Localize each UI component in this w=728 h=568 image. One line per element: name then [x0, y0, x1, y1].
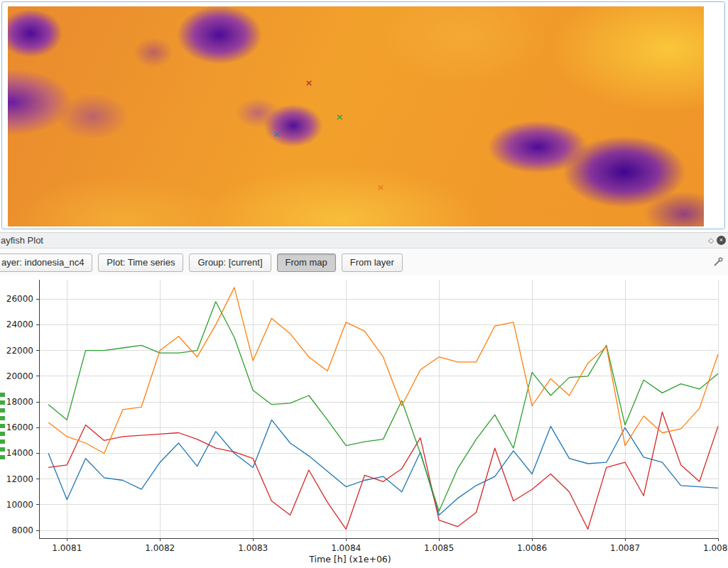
float-icon[interactable]: ◇ [708, 236, 714, 244]
x-tick-label: 1.0081 [52, 543, 82, 553]
x-tick-label: 1.0087 [610, 543, 640, 553]
group-button[interactable]: Group: [current] [189, 253, 271, 272]
panel-header: ayfish Plot ◇ × [0, 232, 728, 248]
layer-button[interactable]: ayer: indonesia_nc4 [0, 253, 92, 272]
plot-type-button[interactable]: Plot: Time series [98, 253, 183, 272]
from-map-button[interactable]: From map [277, 253, 336, 272]
plot-settings-icon[interactable] [713, 256, 724, 270]
x-tick-label: 1.0083 [238, 543, 268, 553]
y-tick-label: 8000 [11, 525, 33, 535]
plot-toolbar: ayer: indonesia_nc4 Plot: Time series Gr… [0, 249, 728, 275]
marker-orange: × [377, 182, 385, 192]
y-tick-label: 24000 [6, 320, 33, 329]
map-frame: ×××× [1, 1, 725, 229]
y-tick-label: 18000 [6, 397, 33, 407]
y-tick-label: 10000 [6, 500, 33, 510]
close-icon[interactable]: × [717, 236, 726, 245]
x-axis-title: Time [h] (x1e+06) [308, 554, 391, 564]
panel-title: ayfish Plot [1, 235, 43, 246]
series-point-blue [48, 420, 718, 515]
y-tick-label: 20000 [6, 371, 33, 381]
y-tick-label: 16000 [6, 422, 33, 432]
from-layer-button[interactable]: From layer [342, 253, 403, 272]
y-tick-label: 14000 [6, 448, 33, 458]
marker-green: × [336, 112, 344, 121]
y-axis-title-clipped [0, 393, 5, 460]
series-point-orange [48, 288, 718, 454]
plot-area: 8000100001200014000160001800020000220002… [0, 275, 728, 568]
x-tick-label: 1.0086 [517, 543, 547, 553]
series-point-red [48, 413, 718, 530]
x-tick-label: 1.0088 [703, 543, 728, 553]
x-tick-label: 1.0084 [331, 543, 361, 553]
qgis-crayfish-plot-panel: { "window": { "title": "ayfish Plot", "f… [0, 0, 728, 568]
y-tick-label: 26000 [6, 294, 33, 304]
y-tick-label: 12000 [6, 474, 33, 484]
timeseries-chart: 8000100001200014000160001800020000220002… [0, 275, 728, 568]
x-tick-label: 1.0082 [145, 543, 175, 553]
map-canvas[interactable]: ×××× [8, 6, 704, 226]
marker-blue: × [273, 129, 281, 138]
marker-red: × [305, 78, 313, 87]
y-tick-label: 22000 [6, 346, 33, 356]
x-tick-label: 1.0085 [424, 543, 454, 553]
